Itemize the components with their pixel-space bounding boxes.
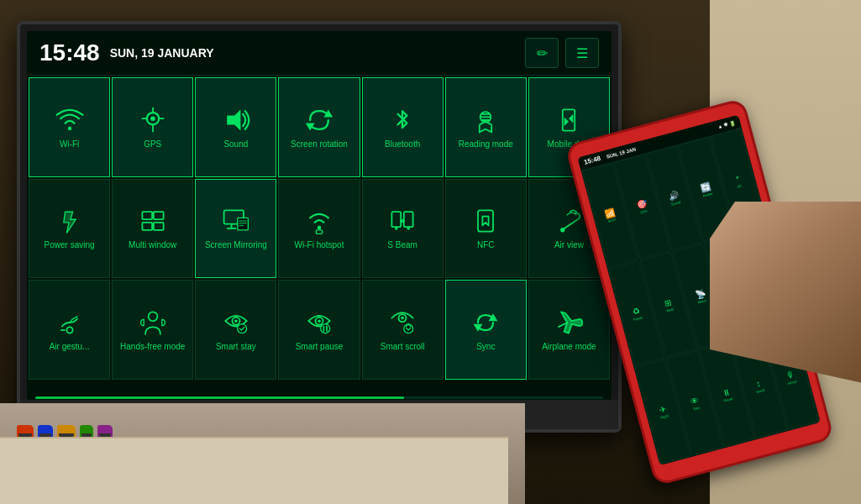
- progress-fill: [35, 396, 404, 399]
- tile-air-gesture-label: Air gestu...: [50, 342, 90, 352]
- tile-power-saving[interactable]: Power saving: [29, 179, 110, 279]
- tile-smart-scroll-label: Smart scroll: [381, 342, 425, 352]
- svg-point-42: [318, 320, 321, 323]
- tile-hands-free[interactable]: Hands-free mode: [112, 280, 193, 380]
- toy-car-2: [38, 425, 53, 437]
- svg-point-30: [395, 228, 398, 231]
- tile-smart-pause-label: Smart pause: [296, 342, 344, 352]
- screen-mirroring-icon: [221, 206, 251, 236]
- svg-point-47: [401, 317, 404, 320]
- svg-rect-27: [316, 230, 322, 234]
- smart-stay-icon: [221, 307, 251, 338]
- svg-rect-22: [238, 218, 249, 230]
- tile-wifi-hotspot[interactable]: Wi-Fi hotspot: [278, 179, 360, 279]
- toy-car-5: [97, 425, 113, 437]
- tile-bluetooth-label: Bluetooth: [385, 139, 420, 150]
- svg-marker-50: [474, 324, 483, 332]
- tile-hands-free-label: Hands-free mode: [120, 342, 185, 352]
- tile-wifi-hotspot-label: Wi-Fi hotspot: [295, 240, 344, 250]
- tile-screen-mirroring-label: Screen Mirroring: [205, 240, 267, 250]
- header-icons: ✏ ☰: [525, 38, 599, 68]
- svg-rect-29: [404, 213, 413, 228]
- wifi-hotspot-icon: [304, 206, 334, 236]
- tile-power-saving-label: Power saving: [45, 240, 95, 250]
- reading-mode-icon: [470, 105, 501, 135]
- progress-track: [35, 396, 603, 399]
- svg-point-39: [234, 320, 238, 323]
- svg-point-35: [66, 328, 72, 333]
- s-beam-icon: [387, 206, 417, 236]
- sync-icon: [470, 307, 501, 338]
- svg-rect-16: [154, 213, 164, 220]
- phone-status-icons: ▲ ❋ 🔋: [717, 119, 735, 129]
- toy-car-1: [17, 425, 34, 437]
- gps-icon: [138, 105, 168, 135]
- smart-pause-icon: [304, 307, 334, 338]
- tile-s-beam[interactable]: S Beam: [362, 179, 444, 279]
- edit-button[interactable]: ✏: [525, 38, 559, 68]
- toy-car-3: [57, 425, 76, 437]
- menu-button[interactable]: ☰: [565, 38, 599, 68]
- bluetooth-icon: [387, 105, 417, 135]
- tile-wifi[interactable]: Wi-Fi: [29, 77, 110, 177]
- svg-point-26: [318, 226, 322, 230]
- tile-smart-stay[interactable]: Smart stay: [195, 280, 276, 380]
- tile-air-gesture[interactable]: Air gestu...: [29, 280, 110, 380]
- screen-rotation-icon: [304, 105, 334, 135]
- svg-point-0: [67, 126, 71, 130]
- tile-wifi-label: Wi-Fi: [60, 139, 79, 150]
- hand-holding-phone: [651, 151, 861, 403]
- tile-smart-scroll[interactable]: Smart scroll: [362, 280, 444, 380]
- hand-shape: [710, 202, 861, 386]
- svg-rect-18: [154, 223, 164, 230]
- tile-screen-mirroring[interactable]: Screen Mirroring: [195, 179, 276, 279]
- tile-smart-stay-label: Smart stay: [216, 342, 256, 352]
- svg-rect-28: [392, 213, 402, 228]
- date-display: SUN, 19 JANUARY: [110, 46, 525, 60]
- wifi-icon: [55, 105, 85, 135]
- tile-screen-rotation[interactable]: Screen rotation: [278, 77, 360, 177]
- power-saving-icon: [55, 206, 85, 236]
- tile-smart-pause[interactable]: Smart pause: [278, 280, 360, 380]
- tile-multi-window-label: Multi window: [129, 240, 176, 250]
- svg-point-37: [148, 312, 157, 322]
- tv-cabinet: [0, 437, 508, 504]
- multi-window-icon: [138, 206, 168, 236]
- tile-bluetooth[interactable]: Bluetooth: [362, 77, 444, 177]
- panel-header: 15:48 SUN, 19 JANUARY ✏ ☰: [27, 31, 612, 76]
- tile-gps-label: GPS: [144, 139, 161, 150]
- svg-point-2: [150, 116, 155, 120]
- tile-sound-label: Sound: [223, 139, 248, 150]
- tile-screen-rotation-label: Screen rotation: [291, 139, 348, 150]
- tile-sync-label: Sync: [476, 342, 495, 352]
- sound-icon: [221, 105, 251, 135]
- svg-marker-7: [227, 109, 240, 130]
- svg-rect-15: [142, 213, 152, 220]
- svg-rect-17: [142, 223, 152, 230]
- svg-point-31: [407, 228, 411, 231]
- tile-s-beam-label: S Beam: [387, 240, 417, 250]
- tile-gps[interactable]: GPS: [112, 77, 193, 177]
- tile-sound[interactable]: Sound: [195, 77, 276, 177]
- toy-car-4: [80, 425, 93, 437]
- cabinet-items: [17, 425, 113, 437]
- tile-multi-window[interactable]: Multi window: [112, 179, 193, 279]
- svg-marker-49: [489, 313, 498, 321]
- svg-point-48: [404, 324, 413, 333]
- smart-scroll-icon: [387, 307, 417, 338]
- hands-free-icon: [138, 307, 168, 338]
- air-gesture-icon: [55, 307, 85, 338]
- svg-point-43: [321, 324, 330, 333]
- time-display: 15:48: [39, 39, 100, 66]
